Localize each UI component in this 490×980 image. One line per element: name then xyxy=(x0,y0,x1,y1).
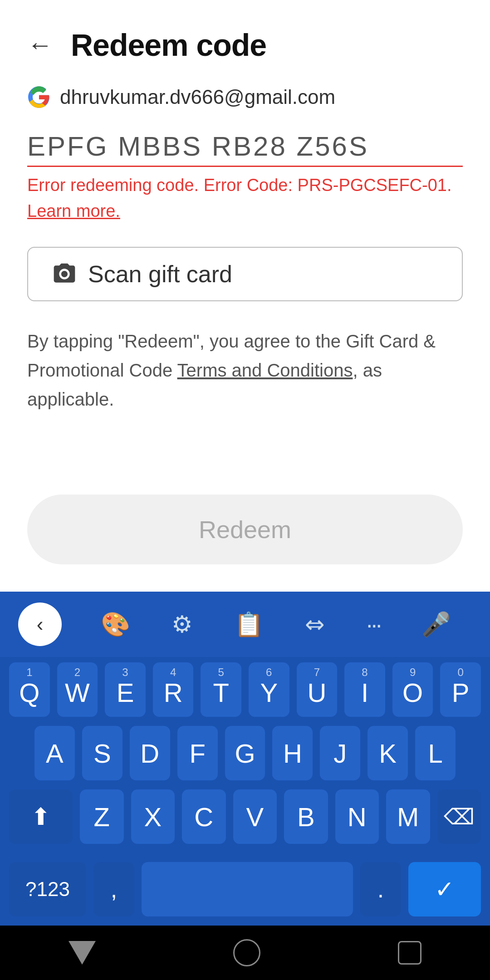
key-p[interactable]: 0P xyxy=(440,662,481,717)
nav-back-icon[interactable] xyxy=(69,941,96,965)
key-k[interactable]: K xyxy=(368,726,408,780)
key-row-3: ⬆ Z X C V B N M ⌫ xyxy=(9,789,481,844)
shift-key[interactable]: ⬆ xyxy=(9,789,73,844)
period-key[interactable]: . xyxy=(360,862,401,916)
scan-label: Scan gift card xyxy=(88,260,232,288)
key-row-1: 1Q 2W 3E 4R 5T 6Y 7U 8I 9O 0P xyxy=(9,662,481,717)
account-email: dhruvkumar.dv666@gmail.com xyxy=(60,86,335,108)
settings-icon[interactable]: ⚙ xyxy=(172,611,193,638)
toolbar-icons: 🎨 ⚙ 📋 ⇔ ··· 🎤 xyxy=(80,611,472,638)
back-button[interactable]: ← xyxy=(27,32,53,58)
code-input-container xyxy=(27,131,463,167)
keyboard: ‹ 🎨 ⚙ 📋 ⇔ ··· 🎤 1Q 2W 3E 4R 5T 6Y 7U 8I … xyxy=(0,592,490,926)
nav-bar xyxy=(0,926,490,980)
space-key[interactable] xyxy=(142,862,353,916)
page-title: Redeem code xyxy=(71,27,266,63)
mic-icon[interactable]: 🎤 xyxy=(421,611,451,638)
key-r[interactable]: 4R xyxy=(153,662,194,717)
key-row-2: A S D F G H J K L xyxy=(9,726,481,780)
key-b[interactable]: B xyxy=(284,789,328,844)
scan-gift-card-button[interactable]: Scan gift card xyxy=(27,247,463,301)
clipboard-icon[interactable]: 📋 xyxy=(234,611,264,638)
key-z[interactable]: Z xyxy=(80,789,124,844)
key-f[interactable]: F xyxy=(177,726,218,780)
comma-key[interactable]: , xyxy=(93,862,134,916)
app-area: ← Redeem code dhruvkumar.dv666@gmail.com… xyxy=(0,0,490,592)
comma-label: , xyxy=(111,876,117,903)
key-t[interactable]: 5T xyxy=(201,662,241,717)
keyboard-back-button[interactable]: ‹ xyxy=(18,603,62,646)
key-g[interactable]: G xyxy=(225,726,265,780)
key-x[interactable]: X xyxy=(131,789,175,844)
keyboard-rows: 1Q 2W 3E 4R 5T 6Y 7U 8I 9O 0P A S D F G … xyxy=(0,657,490,862)
period-label: . xyxy=(377,876,384,903)
backspace-key[interactable]: ⌫ xyxy=(437,789,481,844)
camera-icon xyxy=(52,261,77,287)
key-l[interactable]: L xyxy=(415,726,456,780)
sym-label: ?123 xyxy=(25,878,70,901)
key-i[interactable]: 8I xyxy=(344,662,385,717)
terms-link[interactable]: Terms and Conditions xyxy=(177,360,353,380)
key-h[interactable]: H xyxy=(272,726,313,780)
error-message: Error redeeming code. Error Code: PRS-PG… xyxy=(27,172,463,224)
redeem-button[interactable]: Redeem xyxy=(27,495,463,564)
learn-more-link[interactable]: Learn more. xyxy=(27,201,120,220)
enter-check-icon: ✓ xyxy=(435,876,455,903)
header: ← Redeem code xyxy=(27,0,463,85)
key-q[interactable]: 1Q xyxy=(9,662,50,717)
redeem-button-container: Redeem xyxy=(27,495,463,592)
key-u[interactable]: 7U xyxy=(297,662,338,717)
nav-recents-icon[interactable] xyxy=(398,941,421,965)
account-row: dhruvkumar.dv666@gmail.com xyxy=(27,85,463,109)
key-e[interactable]: 3E xyxy=(105,662,146,717)
key-c[interactable]: C xyxy=(182,789,226,844)
cursor-move-icon[interactable]: ⇔ xyxy=(305,611,325,638)
key-o[interactable]: 9O xyxy=(392,662,433,717)
key-a[interactable]: A xyxy=(34,726,75,780)
palette-icon[interactable]: 🎨 xyxy=(101,611,130,638)
google-logo-icon xyxy=(27,85,51,109)
nav-home-icon[interactable] xyxy=(233,939,260,966)
key-w[interactable]: 2W xyxy=(57,662,98,717)
key-y[interactable]: 6Y xyxy=(249,662,289,717)
keyboard-back-icon: ‹ xyxy=(37,613,44,636)
keyboard-bottom-row: ?123 , . ✓ xyxy=(0,862,490,926)
key-j[interactable]: J xyxy=(320,726,360,780)
keyboard-toolbar: ‹ 🎨 ⚙ 📋 ⇔ ··· 🎤 xyxy=(0,592,490,657)
key-n[interactable]: N xyxy=(335,789,379,844)
key-d[interactable]: D xyxy=(130,726,170,780)
terms-text: By tapping "Redeem", you agree to the Gi… xyxy=(27,327,463,414)
code-input[interactable] xyxy=(27,131,463,167)
key-v[interactable]: V xyxy=(233,789,277,844)
more-icon[interactable]: ··· xyxy=(366,611,380,638)
enter-key[interactable]: ✓ xyxy=(408,862,481,916)
key-m[interactable]: M xyxy=(386,789,430,844)
sym-key[interactable]: ?123 xyxy=(9,862,86,916)
key-s[interactable]: S xyxy=(82,726,122,780)
